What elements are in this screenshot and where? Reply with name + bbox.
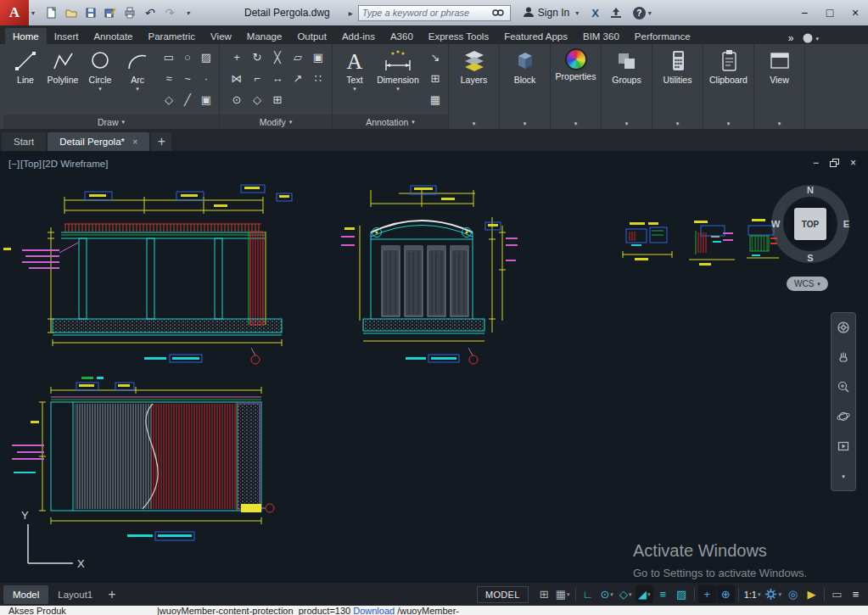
drawing-canvas[interactable]: [−] [Top] [2D Wireframe] − × N S W E TOP…: [0, 151, 868, 583]
orbit-icon[interactable]: [836, 409, 851, 424]
revision-cloud-tool[interactable]: ≈: [160, 68, 178, 89]
file-tab-close-icon[interactable]: ×: [132, 137, 137, 147]
text-button[interactable]: A Text ▾: [336, 47, 373, 92]
spline-tool[interactable]: ~: [178, 68, 197, 89]
viewcube-north[interactable]: N: [807, 185, 814, 195]
redo-button[interactable]: ↷: [160, 4, 177, 22]
tab-performance[interactable]: Performance: [627, 28, 698, 44]
settings-gear[interactable]: ▾: [763, 585, 783, 603]
model-space-button[interactable]: MODEL: [477, 586, 529, 603]
clean-screen-toggle[interactable]: ▭: [828, 585, 846, 603]
region-tool[interactable]: ▣: [197, 89, 216, 110]
clipboard-button[interactable]: Clipboard: [707, 47, 750, 85]
point-tool[interactable]: ·: [197, 68, 216, 89]
viewport-close-icon[interactable]: ×: [850, 157, 856, 169]
block-panel-expander[interactable]: ▾: [500, 117, 550, 129]
close-button[interactable]: ×: [843, 0, 868, 25]
array-tool[interactable]: ∷: [308, 68, 328, 89]
zoom-icon[interactable]: [836, 379, 851, 394]
tab-add-ins[interactable]: Add-ins: [334, 28, 383, 44]
view-button[interactable]: View: [758, 47, 801, 85]
annotation-panel-label[interactable]: Annotation▾: [333, 115, 448, 129]
viewcube[interactable]: N S W E TOP: [768, 182, 853, 266]
viewport-minimize-icon[interactable]: −: [813, 157, 819, 169]
tab-featured-apps[interactable]: Featured Apps: [496, 28, 575, 44]
ribbon-display-toggle[interactable]: ▾: [802, 32, 819, 44]
graphics-performance-toggle[interactable]: ▶: [803, 585, 820, 603]
navbar-more-icon[interactable]: ▾: [836, 468, 851, 484]
circle-button[interactable]: Circle ▾: [81, 47, 119, 92]
tab-insert[interactable]: Insert: [47, 28, 87, 44]
rotate-tool[interactable]: ↻: [247, 47, 267, 68]
properties-panel-expander[interactable]: ▾: [551, 117, 601, 129]
layout1-tab[interactable]: Layout1: [48, 585, 102, 604]
tab-parametric[interactable]: Parametric: [141, 28, 204, 44]
plot-button[interactable]: [120, 4, 138, 22]
join-tool[interactable]: ⊞: [267, 89, 288, 110]
exchange-apps-icon[interactable]: X: [591, 7, 599, 20]
maximize-button[interactable]: □: [817, 0, 843, 25]
ray-tool[interactable]: ╱: [178, 89, 197, 110]
groups-panel-expander[interactable]: ▾: [602, 117, 652, 129]
app-menu-dropdown-icon[interactable]: ▾: [29, 9, 37, 17]
ellipse-tool[interactable]: ○: [178, 47, 197, 68]
viewport-view-control[interactable]: [Top]: [20, 159, 42, 169]
block-button[interactable]: Block: [503, 47, 546, 85]
tab-view[interactable]: View: [203, 28, 239, 44]
tab-manage[interactable]: Manage: [239, 28, 290, 44]
copy-tool[interactable]: ▣: [308, 47, 328, 68]
navigation-wheel-icon[interactable]: [836, 320, 851, 335]
groups-button[interactable]: Groups: [605, 47, 648, 85]
tab-home[interactable]: Home: [5, 28, 47, 44]
tab-annotate[interactable]: Annotate: [86, 28, 140, 44]
search-binoculars-icon[interactable]: [491, 6, 505, 20]
offset-tool[interactable]: ⊙: [227, 89, 247, 110]
autocad-logo[interactable]: A: [0, 0, 29, 25]
move-tool[interactable]: +: [227, 47, 247, 68]
file-tab-detail-pergola[interactable]: Detail Pergola* ×: [48, 132, 149, 151]
draw-panel-label[interactable]: Draw▾: [3, 115, 219, 129]
polyline-button[interactable]: Polyline: [44, 47, 81, 85]
tab-a360[interactable]: A360: [383, 28, 421, 44]
erase-tool[interactable]: ▱: [288, 47, 308, 68]
grid-toggle[interactable]: ⊞: [535, 585, 553, 603]
hatch-tool[interactable]: ▨: [197, 47, 216, 68]
layers-button[interactable]: Layers: [452, 47, 496, 85]
explode-tool[interactable]: ◇: [247, 89, 267, 110]
lineweight-toggle[interactable]: ≡: [654, 585, 672, 603]
open-file-button[interactable]: [62, 4, 80, 22]
tab-bim-360[interactable]: BIM 360: [575, 28, 627, 44]
model-tab[interactable]: Model: [3, 585, 48, 604]
modify-panel-label[interactable]: Modify▾: [220, 115, 332, 129]
search-input[interactable]: [362, 8, 491, 18]
object-snap-tracking-toggle[interactable]: +: [698, 585, 716, 603]
transparency-toggle[interactable]: ▨: [673, 585, 691, 603]
ortho-toggle[interactable]: ∟: [580, 585, 597, 603]
viewport-menu-control[interactable]: [−]: [8, 159, 20, 169]
layers-panel-expander[interactable]: ▾: [449, 117, 499, 129]
sign-in-button[interactable]: Sign In ▾: [523, 6, 581, 20]
rectangle-tool[interactable]: ▭: [160, 47, 178, 68]
utilities-button[interactable]: Utilities: [656, 47, 699, 85]
viewcube-west[interactable]: W: [771, 219, 780, 229]
viewcube-top-face[interactable]: TOP: [794, 208, 826, 240]
viewcube-east[interactable]: E: [843, 219, 849, 229]
file-tab-start[interactable]: Start: [2, 132, 46, 151]
view-panel-expander[interactable]: ▾: [754, 117, 804, 129]
snap-toggle[interactable]: ▦▾: [554, 585, 572, 603]
trim-tool[interactable]: ╳: [267, 47, 288, 68]
save-as-button[interactable]: [101, 4, 119, 22]
line-button[interactable]: Line: [7, 47, 44, 85]
fillet-tool[interactable]: ⌐: [247, 68, 267, 89]
table-tool[interactable]: ⊞: [426, 68, 445, 89]
utilities-panel-expander[interactable]: ▾: [652, 117, 703, 129]
new-layout-button[interactable]: +: [102, 587, 121, 602]
new-file-button[interactable]: [42, 4, 60, 22]
new-drawing-tab-button[interactable]: +: [151, 132, 171, 151]
qat-dropdown-button[interactable]: ▾: [179, 4, 197, 22]
download-link[interactable]: Download: [353, 606, 395, 615]
pan-hand-icon[interactable]: [836, 349, 851, 365]
scale-tool[interactable]: ↗: [288, 68, 308, 89]
isodraft-toggle[interactable]: ◇▾: [617, 585, 635, 603]
tab-overflow-chevron-icon[interactable]: »: [788, 32, 794, 44]
